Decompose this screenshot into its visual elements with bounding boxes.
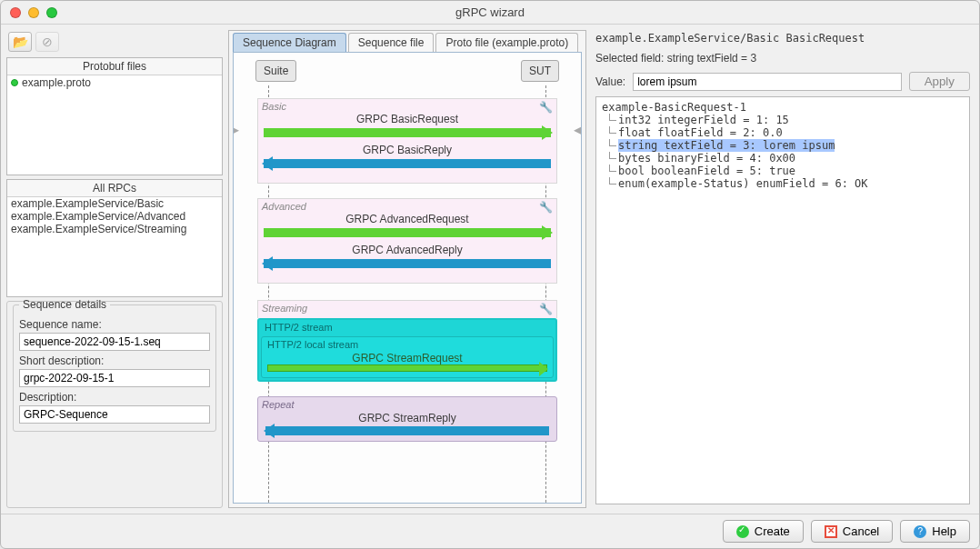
zoom-window-button[interactable] — [46, 7, 57, 18]
advanced-request-label: GRPC AdvancedRequest — [258, 212, 556, 225]
fragment-basic-label: Basic — [262, 101, 286, 112]
apply-button[interactable]: Apply — [909, 72, 970, 91]
create-button[interactable]: Create — [723, 520, 804, 543]
rpc-item-advanced[interactable]: example.ExampleService/Advanced — [7, 210, 222, 223]
arrow-basic-request — [264, 128, 551, 137]
all-rpcs-panel: All RPCs example.ExampleService/Basic ex… — [6, 179, 223, 297]
fragment-streaming-header[interactable]: Streaming 🔧 — [257, 300, 557, 318]
rpc-item-streaming[interactable]: example.ExampleService/Streaming — [7, 223, 222, 235]
ok-icon — [736, 525, 749, 538]
tabs-row: Sequence Diagram Sequence file Proto fil… — [229, 31, 585, 52]
footer: Create Cancel ? Help — [1, 514, 979, 548]
middle-column: Sequence Diagram Sequence file Proto fil… — [228, 30, 586, 508]
open-folder-button[interactable]: 📂 — [8, 32, 32, 52]
tree-field-item[interactable]: float floatField = 2: 0.0 — [602, 126, 964, 139]
arrow-advanced-reply — [264, 259, 551, 268]
arrow-basic-reply — [264, 159, 551, 168]
actor-suite[interactable]: Suite — [255, 60, 296, 82]
selected-field-value: string textField = 3 — [667, 52, 756, 65]
advanced-reply-label: GRPC AdvancedReply — [258, 243, 556, 256]
value-label: Value: — [595, 75, 625, 88]
tree-field-item[interactable]: enum(example-Status) enumField = 6: OK — [602, 177, 964, 190]
grip-right-icon: ◂ — [574, 121, 581, 134]
help-icon: ? — [914, 525, 926, 538]
disabled-tool-button: ⊘ — [35, 32, 59, 52]
value-row: Value: Apply — [592, 70, 974, 93]
tree-field-item[interactable]: bool booleanField = 5: true — [602, 165, 964, 177]
protobuf-files-list[interactable]: example.proto — [7, 75, 222, 175]
diagram-scroll[interactable]: Suite SUT ▸ ◂ Basic 🔧 GRPC BasicRequest — [234, 53, 581, 503]
value-input[interactable] — [633, 73, 902, 91]
fragment-advanced[interactable]: Advanced 🔧 GRPC AdvancedRequest GRPC Adv… — [257, 198, 557, 284]
help-button-label: Help — [932, 524, 956, 538]
sequence-name-input[interactable] — [19, 333, 210, 351]
protobuf-file-item[interactable]: example.proto — [7, 75, 222, 90]
http2-stream-label: HTTP/2 stream — [259, 320, 555, 334]
right-header: example.ExampleService/Basic BasicReques… — [592, 30, 974, 46]
sequence-details-legend: Sequence details — [19, 298, 110, 311]
status-dot-icon — [11, 79, 18, 86]
rpc-item-basic[interactable]: example.ExampleService/Basic — [7, 197, 222, 210]
window-title: gRPC wizard — [455, 5, 525, 19]
create-button-label: Create — [755, 524, 790, 538]
basic-request-label: GRPC BasicRequest — [258, 112, 556, 125]
minimize-window-button[interactable] — [28, 7, 39, 18]
arrow-stream-reply — [265, 426, 549, 435]
description-input[interactable] — [19, 405, 210, 424]
selected-field-row: Selected field: string textField = 3 — [592, 50, 974, 66]
tab-sequence-file[interactable]: Sequence file — [348, 33, 435, 52]
short-desc-input[interactable] — [19, 369, 210, 387]
actor-sut[interactable]: SUT — [521, 60, 559, 82]
sequence-details-panel: Sequence details Sequence name: Short de… — [6, 301, 223, 508]
tab-proto-file[interactable]: Proto file (example.proto) — [435, 33, 578, 52]
left-toolbar: 📂 ⊘ — [6, 30, 223, 54]
protobuf-file-name: example.proto — [22, 76, 91, 89]
arrow-advanced-request — [264, 228, 551, 237]
field-tree-panel[interactable]: example-BasicRequest-1 int32 integerFiel… — [595, 96, 970, 504]
tree-field-item[interactable]: string textField = 3: lorem ipsum — [602, 139, 964, 152]
http2-stream-box[interactable]: HTTP/2 stream HTTP/2 local stream GRPC S… — [257, 318, 557, 382]
help-button[interactable]: ? Help — [900, 520, 970, 543]
fragment-basic[interactable]: Basic 🔧 GRPC BasicRequest GRPC BasicRepl… — [257, 98, 557, 184]
diagram-canvas: Suite SUT ▸ ◂ Basic 🔧 GRPC BasicRequest — [234, 53, 581, 503]
wrench-icon[interactable]: 🔧 — [539, 303, 553, 315]
cancel-icon — [825, 525, 837, 538]
sequence-name-label: Sequence name: — [19, 318, 210, 331]
protobuf-files-panel: Protobuf files example.proto — [6, 57, 223, 175]
close-window-button[interactable] — [10, 7, 21, 18]
cancel-button[interactable]: Cancel — [811, 520, 893, 543]
rpc-list[interactable]: example.ExampleService/Basic example.Exa… — [7, 197, 222, 296]
http2-local-stream-label: HTTP/2 local stream — [262, 337, 553, 352]
http2-local-stream-box: HTTP/2 local stream GRPC StreamRequest — [261, 336, 554, 378]
rpc-panel-title: All RPCs — [7, 180, 222, 197]
content-area: 📂 ⊘ Protobuf files example.proto All RPC… — [1, 25, 979, 514]
stream-request-label: GRPC StreamRequest — [262, 352, 553, 364]
fragment-advanced-label: Advanced — [262, 201, 306, 212]
stream-reply-label: GRPC StreamReply — [262, 412, 553, 424]
right-column: example.ExampleService/Basic BasicReques… — [592, 30, 974, 508]
tree-root[interactable]: example-BasicRequest-1 — [602, 101, 964, 114]
protobuf-panel-title: Protobuf files — [7, 58, 222, 75]
description-label: Description: — [19, 391, 210, 404]
grip-left-icon: ▸ — [234, 121, 241, 134]
left-column: 📂 ⊘ Protobuf files example.proto All RPC… — [6, 30, 223, 508]
cancel-button-label: Cancel — [843, 524, 879, 538]
titlebar: gRPC wizard — [1, 1, 979, 25]
wizard-window: gRPC wizard 📂 ⊘ Protobuf files example.p… — [0, 0, 980, 549]
sequence-diagram-area: Suite SUT ▸ ◂ Basic 🔧 GRPC BasicRequest — [233, 52, 582, 504]
fragment-streaming-label: Streaming — [262, 303, 307, 314]
repeat-box[interactable]: Repeat GRPC StreamReply — [257, 396, 557, 442]
tab-sequence-diagram[interactable]: Sequence Diagram — [233, 33, 346, 52]
short-desc-label: Short description: — [19, 354, 210, 367]
traffic-lights — [10, 7, 57, 18]
selected-field-label: Selected field: — [595, 52, 664, 65]
tree-field-item[interactable]: int32 integerField = 1: 15 — [602, 114, 964, 126]
basic-reply-label: GRPC BasicReply — [258, 143, 556, 156]
arrow-stream-request — [267, 364, 547, 372]
tree-field-item[interactable]: bytes binaryField = 4: 0x00 — [602, 152, 964, 165]
repeat-label: Repeat — [262, 399, 553, 410]
